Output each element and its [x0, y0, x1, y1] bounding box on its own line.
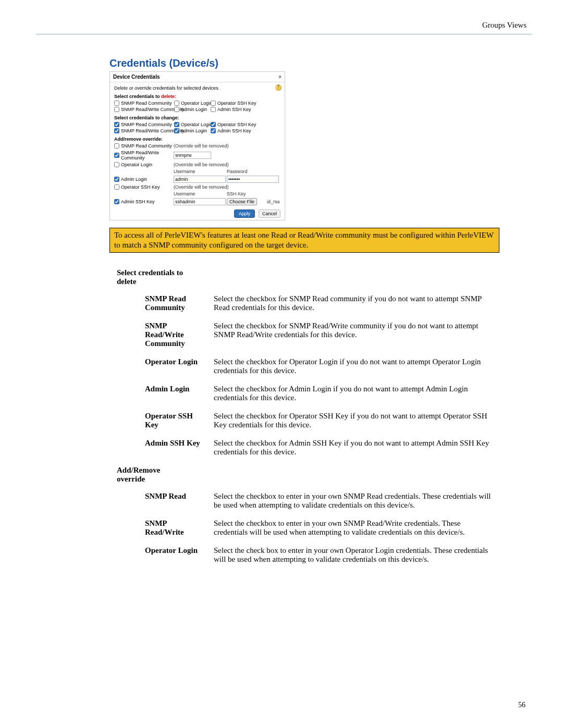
- def-row: Admin Login Select the checkbox for Admi…: [145, 385, 527, 402]
- label-op-login-2: Operator Login: [181, 122, 212, 127]
- defs-delete-heading: Select credentials to delete: [117, 268, 185, 286]
- def-body: Select the checkbox to enter in your own…: [214, 519, 495, 537]
- panel-titlebar: Device Credentials ×: [110, 72, 285, 82]
- change-admin-login-checkbox[interactable]: [174, 128, 179, 133]
- override-snmp-read-checkbox[interactable]: [114, 143, 119, 149]
- panel-body: Delete or override credentials for selec…: [110, 82, 285, 220]
- def-term: Operator Login: [145, 546, 202, 555]
- defs-override-heading: Add/Remove override: [117, 466, 185, 484]
- def-row: Operator Login Select the checkbox for O…: [145, 357, 527, 375]
- page: Groups Views Credentials (Device/s) Devi…: [0, 0, 563, 728]
- def-term: Admin SSH Key: [145, 439, 202, 448]
- override-admin-password-input[interactable]: [227, 176, 279, 183]
- delete-subhead: Select credentials to delete:: [114, 94, 280, 99]
- override-op-login-note: (Override will be removed): [174, 162, 288, 167]
- col-username-2: Username: [174, 191, 226, 196]
- def-row: SNMP Read/Write Select the checkbox to e…: [145, 519, 527, 537]
- label-snmp-read-2: SNMP Read Community: [121, 122, 172, 127]
- device-credentials-panel: Device Credentials × Delete or override …: [109, 71, 285, 220]
- def-term: Admin Login: [145, 385, 202, 393]
- help-icon[interactable]: [275, 84, 282, 91]
- panel-buttons: Apply Cancel: [114, 209, 280, 218]
- def-body: Select the checkbox for Admin SSH Key if…: [214, 439, 495, 456]
- change-admin-ssh-checkbox[interactable]: [211, 128, 216, 133]
- label-admin-login-2: Admin Login: [181, 128, 207, 133]
- label-op-login: Operator Login: [181, 101, 212, 106]
- col-password: Password: [227, 169, 288, 174]
- override-admin-username-input[interactable]: [174, 176, 226, 183]
- def-row: SNMP Read Select the checkbox to enter i…: [145, 492, 527, 510]
- def-term: Operator SSH Key: [145, 412, 202, 429]
- override-operator-login-checkbox[interactable]: [114, 162, 119, 167]
- panel-title: Device Credentials: [113, 74, 160, 80]
- change-snmp-rw-checkbox[interactable]: [114, 128, 119, 133]
- label-op-ssh-3: Operator SSH Key: [121, 184, 160, 190]
- def-row: Operator SSH Key Select the checkbox for…: [145, 412, 527, 429]
- label-op-ssh: Operator SSH Key: [217, 101, 256, 106]
- override-subhead: Add/remove override:: [114, 137, 280, 142]
- change-operator-ssh-checkbox[interactable]: [211, 122, 216, 127]
- label-snmp-read: SNMP Read Community: [121, 101, 172, 106]
- cancel-button[interactable]: Cancel: [259, 209, 280, 218]
- delete-operator-ssh-checkbox[interactable]: [211, 101, 216, 106]
- def-body: Select the checkbox for Operator SSH Key…: [214, 412, 495, 429]
- definitions: Select credentials to delete SNMP Read C…: [109, 268, 527, 564]
- override-operator-ssh-checkbox[interactable]: [114, 184, 119, 190]
- def-body: Select the checkbox for SNMP Read/Write …: [214, 322, 495, 339]
- override-admin-ssh-username-input[interactable]: [174, 198, 226, 205]
- override-snmp-rw-checkbox[interactable]: [114, 153, 119, 158]
- content: Credentials (Device/s) Device Credential…: [109, 57, 527, 564]
- override-snmp-read-note: (Override will be removed): [174, 143, 288, 149]
- choose-file-button[interactable]: Choose File: [227, 198, 257, 205]
- def-body: Select the checkbox for Admin Login if y…: [214, 385, 495, 402]
- change-subhead: Select credentials to change:: [114, 115, 280, 120]
- label-admin-login-3: Admin Login: [121, 177, 147, 182]
- label-admin-login: Admin Login: [181, 107, 207, 112]
- def-body: Select the checkbox for Operator Login i…: [214, 357, 495, 375]
- col-username: Username: [174, 169, 226, 174]
- override-grid: SNMP Read Community (Override will be re…: [114, 143, 280, 205]
- chosen-file-name: id_rsa: [267, 199, 288, 204]
- panel-description: Delete or override credentials for selec…: [114, 85, 280, 91]
- change-snmp-read-checkbox[interactable]: [114, 122, 119, 127]
- def-body: Select the checkbox to enter in your own…: [214, 492, 495, 510]
- warning-note: To access all of PerleVIEW's features at…: [109, 228, 499, 253]
- delete-snmp-rw-checkbox[interactable]: [114, 107, 119, 112]
- delete-admin-login-checkbox[interactable]: [174, 107, 179, 112]
- delete-grid: SNMP Read Community Operator Login Opera…: [114, 101, 280, 112]
- override-admin-ssh-checkbox[interactable]: [114, 199, 119, 204]
- change-grid: SNMP Read Community Operator Login Opera…: [114, 122, 280, 133]
- override-admin-login-checkbox[interactable]: [114, 177, 119, 182]
- def-row: Operator Login Select the check box to e…: [145, 546, 527, 564]
- page-number: 56: [518, 701, 525, 709]
- label-admin-ssh: Admin SSH Key: [217, 107, 251, 112]
- delete-snmp-read-checkbox[interactable]: [114, 101, 119, 106]
- def-body: Select the checkbox for SNMP Read commun…: [214, 294, 495, 312]
- close-icon[interactable]: ×: [278, 74, 282, 80]
- def-term: Operator Login: [145, 357, 202, 366]
- label-admin-ssh-2: Admin SSH Key: [217, 128, 251, 133]
- label-admin-ssh-3: Admin SSH Key: [121, 199, 155, 204]
- label-op-login-3: Operator Login: [121, 162, 152, 167]
- header-right: Groups Views: [36, 21, 532, 30]
- def-term: SNMP Read: [145, 492, 202, 501]
- label-op-ssh-2: Operator SSH Key: [217, 122, 256, 127]
- override-snmp-rw-input[interactable]: [174, 152, 211, 159]
- def-body: Select the check box to enter in your ow…: [214, 546, 495, 564]
- delete-subhead-pre: Select credentials to: [114, 94, 161, 99]
- delete-admin-ssh-checkbox[interactable]: [211, 107, 216, 112]
- delete-def-list: SNMP Read Community Select the checkbox …: [145, 294, 527, 456]
- delete-operator-login-checkbox[interactable]: [174, 101, 179, 106]
- change-operator-login-checkbox[interactable]: [174, 122, 179, 127]
- override-op-ssh-note: (Override will be removed): [174, 184, 288, 190]
- delete-subhead-red: delete:: [161, 94, 176, 99]
- label-snmp-read-3: SNMP Read Community: [121, 143, 172, 149]
- override-def-list: SNMP Read Select the checkbox to enter i…: [145, 492, 527, 564]
- header-divider: [36, 34, 532, 34]
- def-term: SNMP Read/Write Community: [145, 322, 202, 348]
- def-row: Admin SSH Key Select the checkbox for Ad…: [145, 439, 527, 456]
- def-term: SNMP Read/Write: [145, 519, 202, 537]
- apply-button[interactable]: Apply: [234, 209, 255, 218]
- col-sshkey: SSH Key: [227, 191, 288, 196]
- def-term: SNMP Read Community: [145, 294, 202, 312]
